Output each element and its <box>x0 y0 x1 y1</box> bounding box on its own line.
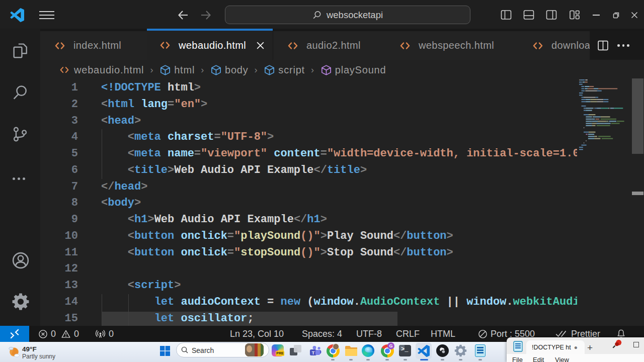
svg-text:T: T <box>312 350 315 355</box>
